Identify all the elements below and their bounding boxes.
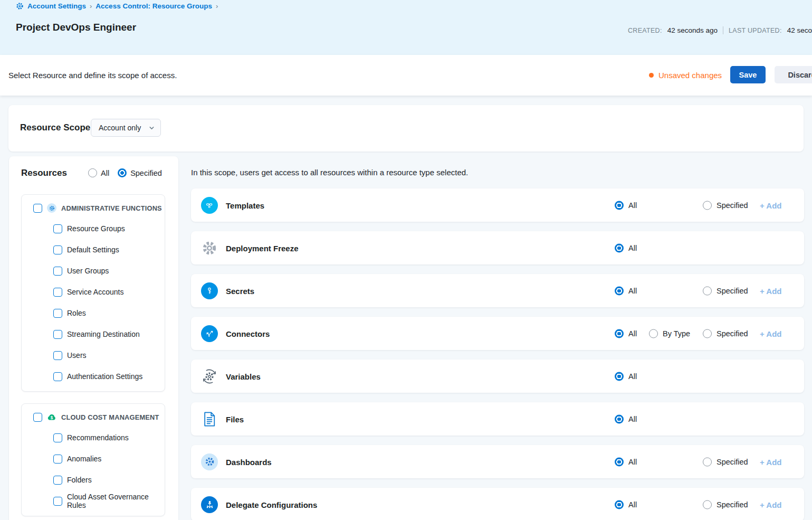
files-icon <box>201 411 218 428</box>
radio-specified-label: Specified <box>130 169 162 177</box>
action-toolbar: Select Resource and define its scope of … <box>0 55 812 96</box>
group-checkbox[interactable] <box>33 413 42 422</box>
resource-type-item[interactable]: Cloud Asset Governance Rules <box>22 490 165 512</box>
item-checkbox[interactable] <box>53 309 62 318</box>
resource-row-label: Secrets <box>226 286 254 295</box>
unsaved-dot-icon <box>649 73 654 78</box>
created-label: CREATED: <box>628 27 662 34</box>
resource-groups-list: ADMINISTRATIVE FUNCTIONSResource GroupsD… <box>21 194 165 516</box>
resource-type-item[interactable]: Service Accounts <box>22 281 165 302</box>
resource-group-card: $CLOUD COST MANAGEMENTRecommendationsAno… <box>21 403 165 516</box>
radio-all[interactable]: All <box>615 329 637 338</box>
resource-row: FilesAll <box>191 402 804 436</box>
item-checkbox[interactable] <box>53 372 62 381</box>
radio-all[interactable]: All <box>615 372 637 381</box>
radio-icon <box>615 286 624 295</box>
resource-row-label: Connectors <box>226 329 270 338</box>
item-checkbox[interactable] <box>53 224 62 233</box>
group-checkbox[interactable] <box>33 204 42 213</box>
radio-all[interactable]: All <box>615 457 637 466</box>
add-button[interactable]: + Add <box>760 329 782 338</box>
breadcrumb-account-settings[interactable]: Account Settings <box>27 2 86 10</box>
resource-type-item[interactable]: Users <box>22 345 165 366</box>
resource-type-item[interactable]: Authentication Settings <box>22 366 165 387</box>
item-checkbox[interactable] <box>53 455 62 464</box>
radio-specified[interactable]: Specified <box>703 457 748 466</box>
last-updated-value: 42 seconds ago <box>787 26 812 34</box>
discard-button[interactable]: Discard <box>775 66 812 83</box>
radio-label: Specified <box>717 500 748 509</box>
radio-specified[interactable]: Specified <box>703 286 748 295</box>
add-button[interactable]: + Add <box>760 500 782 509</box>
item-checkbox[interactable] <box>53 433 62 442</box>
resource-type-item[interactable]: Recommendations <box>22 427 165 448</box>
variables-icon <box>201 368 218 385</box>
add-button[interactable]: + Add <box>760 286 782 295</box>
radio-icon <box>615 500 624 509</box>
radio-label: All <box>628 244 637 252</box>
radio-specified[interactable]: Specified <box>118 168 162 177</box>
radio-specified[interactable]: Specified <box>703 500 748 509</box>
radio-all-label: All <box>101 169 109 177</box>
breadcrumb-access-control[interactable]: Access Control: Resource Groups <box>95 2 212 10</box>
radio-all[interactable]: All <box>615 201 637 210</box>
group-label: CLOUD COST MANAGEMENT <box>61 413 159 421</box>
radio-label: All <box>628 415 637 423</box>
radio-icon <box>615 457 624 466</box>
radio-icon <box>703 201 712 210</box>
radio-all[interactable]: All <box>88 168 109 177</box>
resource-row: SecretsAllSpecified+ Add <box>191 274 804 307</box>
item-checkbox[interactable] <box>53 351 62 360</box>
resource-type-item[interactable]: Roles <box>22 302 165 324</box>
item-checkbox[interactable] <box>53 476 62 485</box>
add-button[interactable]: + Add <box>760 201 782 210</box>
radio-by-type[interactable]: By Type <box>649 329 690 338</box>
radio-icon <box>649 329 658 338</box>
item-checkbox[interactable] <box>53 288 62 297</box>
item-checkbox[interactable] <box>53 330 62 339</box>
save-button[interactable]: Save <box>730 66 766 83</box>
radio-icon <box>703 457 712 466</box>
breadcrumb-separator: › <box>216 2 218 10</box>
radio-all[interactable]: All <box>615 243 637 252</box>
radio-all[interactable]: All <box>615 286 637 295</box>
item-label: Folders <box>67 476 92 484</box>
resource-scope-card: Resource Scope Account only <box>8 105 804 152</box>
breadcrumb-separator: › <box>90 2 92 10</box>
resource-type-item[interactable]: Folders <box>22 469 165 490</box>
last-updated-label: LAST UPDATED: <box>729 27 782 34</box>
resource-type-item[interactable]: Anomalies <box>22 448 165 469</box>
resource-row-label: Dashboards <box>226 457 272 466</box>
resource-row: Delegate ConfigurationsAllSpecified+ Add <box>191 488 804 520</box>
resource-type-item[interactable]: User Groups <box>22 260 165 281</box>
item-checkbox[interactable] <box>53 267 62 276</box>
item-checkbox[interactable] <box>53 245 62 254</box>
item-label: Cloud Asset Governance Rules <box>67 493 159 509</box>
resource-row: VariablesAll <box>191 360 804 393</box>
item-label: Recommendations <box>67 433 129 442</box>
resource-scope-dropdown[interactable]: Account only <box>91 119 161 137</box>
radio-label: All <box>628 287 637 295</box>
add-button[interactable]: + Add <box>760 457 782 466</box>
templates-icon <box>201 197 218 214</box>
radio-specified[interactable]: Specified <box>703 329 748 338</box>
connectors-icon <box>201 325 218 342</box>
item-label: Users <box>67 351 87 360</box>
resource-type-item[interactable]: Resource Groups <box>22 218 165 239</box>
radio-specified[interactable]: Specified <box>703 201 748 210</box>
radio-icon <box>615 414 624 423</box>
radio-label: All <box>628 372 637 381</box>
radio-all[interactable]: All <box>615 500 637 509</box>
resource-row-label: Files <box>226 414 244 423</box>
radio-label: Specified <box>717 201 748 210</box>
item-checkbox[interactable] <box>53 497 62 506</box>
deployment-freeze-icon <box>201 240 218 257</box>
radio-label: All <box>628 201 637 210</box>
radio-all[interactable]: All <box>615 414 637 423</box>
resource-row-label: Templates <box>226 201 264 210</box>
radio-icon <box>88 168 97 177</box>
radio-label: By Type <box>663 329 690 338</box>
resource-type-item[interactable]: Streaming Destination <box>22 324 165 345</box>
resource-type-item[interactable]: Default Settings <box>22 239 165 260</box>
radio-checked-icon <box>118 168 127 177</box>
